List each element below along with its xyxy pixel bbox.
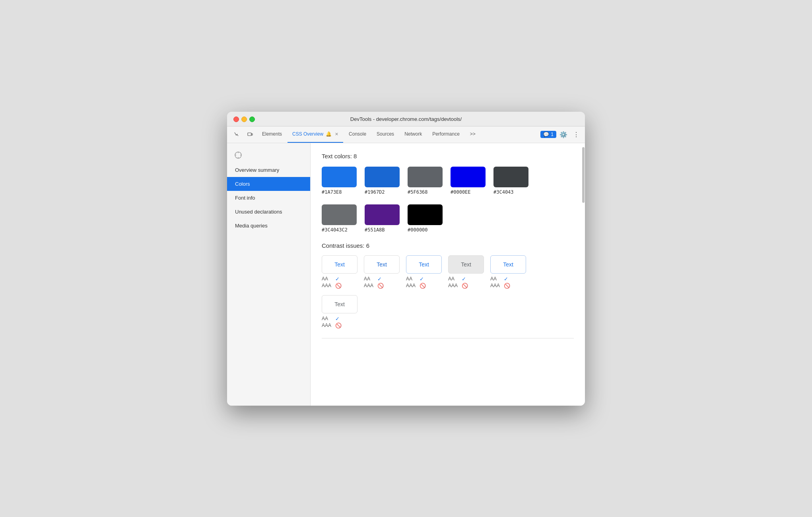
- swatch-item[interactable]: #3C4043: [493, 167, 528, 195]
- rating-aaa-4: AAA 🚫: [448, 283, 468, 289]
- swatch-item[interactable]: #1967D2: [365, 167, 400, 195]
- tab-more-label: >>: [470, 131, 476, 137]
- swatch-label-1a73e8: #1A73E8: [322, 189, 342, 195]
- swatch-label-5f6368: #5F6368: [408, 189, 428, 195]
- swatch-item[interactable]: #1A73E8: [322, 167, 357, 195]
- swatch-box-1a73e8: [322, 167, 357, 187]
- tab-network[interactable]: Network: [400, 126, 427, 143]
- tab-console[interactable]: Console: [344, 126, 371, 143]
- swatch-label-0000ee: #0000EE: [451, 189, 471, 195]
- titlebar: DevTools - developer.chrome.com/tags/dev…: [227, 112, 585, 126]
- content-divider: [322, 338, 574, 338]
- chat-badge[interactable]: 💬 1: [540, 131, 556, 138]
- contrast-box-1: Text: [322, 255, 357, 274]
- contrast-item-5[interactable]: Text AA ✓ AAA 🚫: [490, 255, 526, 289]
- contrast-ratings-1: AA ✓ AAA 🚫: [322, 276, 342, 289]
- contrast-text-6: Text: [334, 301, 345, 307]
- aa-pass-icon-5: ✓: [504, 276, 508, 282]
- contrast-ratings-6: AA ✓ AAA 🚫: [322, 316, 342, 328]
- contrast-text-1: Text: [334, 261, 345, 268]
- swatch-item[interactable]: #000000: [408, 204, 443, 233]
- contrast-ratings-4: AA ✓ AAA 🚫: [448, 276, 468, 289]
- tab-performance-label: Performance: [432, 131, 460, 137]
- rating-aaa-2: AAA 🚫: [364, 283, 384, 289]
- svg-rect-0: [248, 133, 251, 136]
- tab-performance[interactable]: Performance: [427, 126, 464, 143]
- rating-aaa-6: AAA 🚫: [322, 323, 342, 328]
- tab-sources[interactable]: Sources: [372, 126, 399, 143]
- tab-elements[interactable]: Elements: [257, 126, 287, 143]
- swatch-box-551a8b: [365, 204, 400, 225]
- main-layout: Overview summary Colors Font info Unused…: [227, 143, 585, 406]
- aa-pass-icon-4: ✓: [462, 276, 466, 282]
- aaa-fail-icon-1: 🚫: [335, 283, 342, 289]
- aaa-fail-icon-3: 🚫: [420, 283, 426, 289]
- rating-aa-4: AA ✓: [448, 276, 468, 282]
- maximize-button[interactable]: [249, 117, 255, 122]
- swatch-item[interactable]: #5F6368: [408, 167, 443, 195]
- rating-aa-5: AA ✓: [490, 276, 510, 282]
- contrast-text-2: Text: [377, 261, 387, 268]
- tabbar: Elements CSS Overview 🔔 ✕ Console Source…: [227, 126, 585, 143]
- swatch-box-5f6368: [408, 167, 443, 187]
- contrast-text-4: Text: [461, 261, 471, 268]
- tab-css-overview-label: CSS Overview: [292, 131, 323, 137]
- contrast-item-1[interactable]: Text AA ✓ AAA 🚫: [322, 255, 357, 289]
- swatch-box-000000: [408, 204, 443, 225]
- contrast-item-3[interactable]: Text AA ✓ AAA 🚫: [406, 255, 442, 289]
- rating-aaa-1: AAA 🚫: [322, 283, 342, 289]
- swatch-item[interactable]: #0000EE: [451, 167, 486, 195]
- contrast-item-2[interactable]: Text AA ✓ AAA 🚫: [364, 255, 400, 289]
- sidebar-item-unused-declarations[interactable]: Unused declarations: [227, 205, 310, 219]
- devtools-window: DevTools - developer.chrome.com/tags/dev…: [227, 112, 585, 406]
- contrast-box-6: Text: [322, 295, 357, 313]
- sidebar-item-media-queries[interactable]: Media queries: [227, 219, 310, 233]
- aa-pass-icon-3: ✓: [420, 276, 424, 282]
- contrast-box-5: Text: [490, 255, 526, 274]
- rating-aaa-3: AAA 🚫: [406, 283, 426, 289]
- sidebar-item-overview-summary[interactable]: Overview summary: [227, 163, 310, 177]
- contrast-grid-row1: Text AA ✓ AAA 🚫: [322, 255, 574, 289]
- settings-button[interactable]: ⚙️: [558, 129, 569, 140]
- tab-css-overview[interactable]: CSS Overview 🔔 ✕: [288, 126, 343, 143]
- aa-pass-icon-2: ✓: [377, 276, 382, 282]
- sidebar: Overview summary Colors Font info Unused…: [227, 143, 311, 406]
- contrast-item-4[interactable]: Text AA ✓ AAA 🚫: [448, 255, 484, 289]
- tab-console-label: Console: [349, 131, 366, 137]
- tab-sources-label: Sources: [377, 131, 394, 137]
- swatch-box-1967d2: [365, 167, 400, 187]
- swatches-grid-row2: #3C4043C2 #551A8B #000000: [322, 204, 574, 233]
- aaa-fail-icon-4: 🚫: [462, 283, 468, 289]
- more-options-button[interactable]: ⋮: [571, 129, 582, 140]
- swatch-item[interactable]: #3C4043C2: [322, 204, 357, 233]
- tab-network-label: Network: [404, 131, 422, 137]
- sidebar-item-font-info[interactable]: Font info: [227, 191, 310, 205]
- contrast-box-3: Text: [406, 255, 442, 274]
- inspect-tool-button[interactable]: [230, 128, 243, 141]
- swatch-item[interactable]: #551A8B: [365, 204, 400, 233]
- minimize-button[interactable]: [241, 117, 247, 122]
- content-area: Text colors: 8 #1A73E8 #1967D2 #5F6368: [311, 143, 585, 406]
- contrast-grid-row2: Text AA ✓ AAA 🚫: [322, 295, 574, 328]
- contrast-box-2: Text: [364, 255, 400, 274]
- swatch-label-3c4043c2: #3C4043C2: [322, 227, 348, 233]
- tab-close-icon[interactable]: ✕: [335, 132, 338, 137]
- scrollbar-thumb[interactable]: [582, 147, 585, 203]
- svg-rect-1: [251, 134, 253, 135]
- contrast-issues-title: Contrast issues: 6: [322, 242, 574, 249]
- aa-pass-icon-6: ✓: [335, 316, 340, 322]
- tab-more[interactable]: >>: [465, 126, 480, 143]
- close-button[interactable]: [233, 117, 239, 122]
- rating-aa-1: AA ✓: [322, 276, 342, 282]
- contrast-item-6[interactable]: Text AA ✓ AAA 🚫: [322, 295, 357, 328]
- aaa-fail-icon-6: 🚫: [335, 323, 342, 328]
- text-colors-title: Text colors: 8: [322, 153, 574, 159]
- aa-pass-icon-1: ✓: [335, 276, 340, 282]
- contrast-box-4: Text: [448, 255, 484, 274]
- scrollbar-track[interactable]: [582, 143, 585, 406]
- swatch-label-3c4043: #3C4043: [493, 189, 514, 195]
- sidebar-item-colors[interactable]: Colors: [227, 177, 310, 191]
- chat-icon: 💬: [543, 132, 549, 137]
- tabbar-right: 💬 1 ⚙️ ⋮: [540, 129, 582, 140]
- device-toggle-button[interactable]: [244, 128, 256, 141]
